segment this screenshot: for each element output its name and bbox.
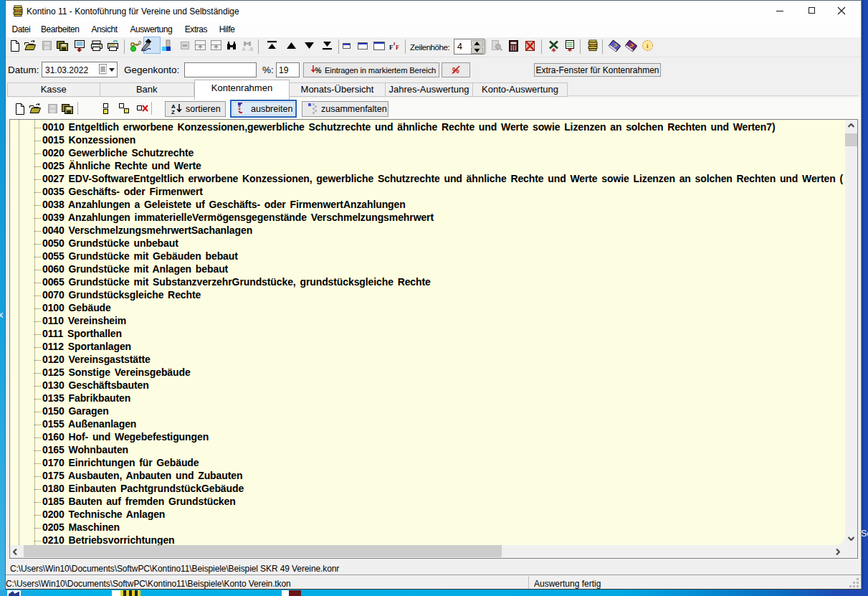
svg-text:%: %: [315, 67, 322, 75]
svg-text:A→B: A→B: [242, 47, 253, 52]
svg-text:Z: Z: [171, 109, 175, 115]
svg-text:F: F: [396, 44, 399, 51]
